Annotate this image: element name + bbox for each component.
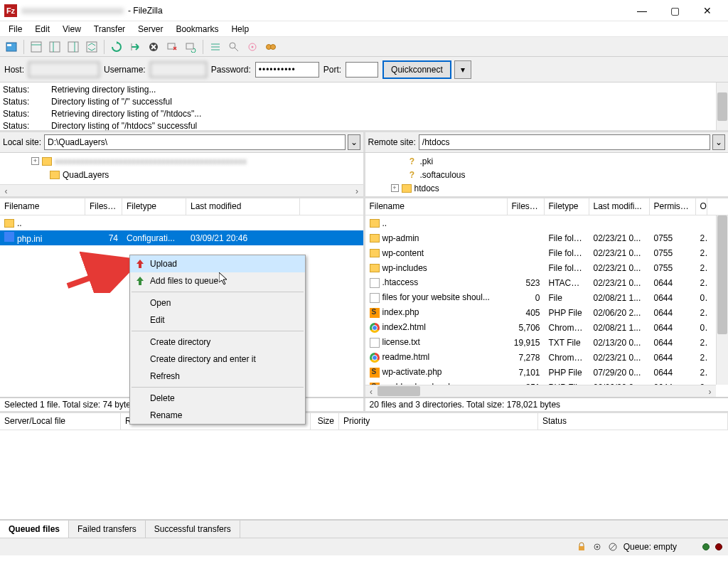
tree-item[interactable]: QuadLayers — [63, 170, 109, 180]
column-header[interactable]: Filename — [365, 198, 508, 215]
quickconnect-button[interactable]: Quickconnect — [382, 60, 451, 79]
context-menu-item[interactable]: Create directory — [130, 334, 305, 351]
file-row[interactable]: wp-adminFile folder02/23/21 0...07552 — [365, 230, 729, 245]
maximize-button[interactable]: ▢ — [658, 0, 691, 21]
gear-icon[interactable] — [592, 542, 602, 552]
context-menu-item[interactable]: Refresh — [130, 368, 305, 385]
status-label: Status: — [3, 108, 38, 120]
file-row[interactable]: wp-activate.php7,101PHP File07/29/20 0..… — [365, 365, 729, 380]
context-menu-item[interactable]: Open — [130, 294, 305, 311]
port-input[interactable] — [346, 62, 378, 78]
queue-col-priority[interactable]: Priority — [339, 413, 538, 430]
column-header[interactable]: Filename — [0, 198, 85, 215]
close-button[interactable]: ✕ — [691, 0, 724, 21]
remote-columns[interactable]: FilenameFilesizeFiletypeLast modifi...Pe… — [365, 198, 729, 215]
context-menu-item[interactable]: Rename — [130, 407, 305, 424]
remote-site-input[interactable] — [419, 134, 710, 150]
queue-col-status[interactable]: Status — [538, 413, 728, 430]
filter-icon[interactable] — [207, 38, 224, 55]
column-header[interactable]: Last modifi... — [589, 198, 650, 215]
remote-hscroll[interactable]: ‹› — [365, 385, 717, 397]
file-row[interactable]: index.php405PHP File02/06/20 2...06442 — [365, 305, 729, 320]
tab-successful-transfers[interactable]: Successful transfers — [146, 521, 240, 538]
username-label: Username: — [104, 65, 146, 75]
file-name: index.php — [382, 307, 419, 317]
menu-transfer[interactable]: Transfer — [88, 23, 131, 36]
tree-item[interactable]: .softaculous — [420, 170, 466, 180]
folder-icon — [402, 184, 412, 193]
sync-browse-icon[interactable] — [244, 38, 261, 55]
status-log[interactable]: Status:Retrieving directory listing... S… — [0, 82, 728, 132]
tree-item[interactable]: htdocs — [414, 183, 439, 193]
refresh-icon[interactable] — [108, 38, 125, 55]
column-header[interactable]: Filetype — [545, 198, 589, 215]
disconnect-icon[interactable] — [164, 38, 181, 55]
site-manager-icon[interactable] — [3, 38, 20, 55]
transfer-queue[interactable]: Server/Local file Remote file Size Prior… — [0, 413, 728, 520]
column-header[interactable]: Permissi... — [650, 198, 696, 215]
file-row[interactable]: .. — [0, 215, 363, 230]
column-header[interactable]: Filetype — [122, 198, 186, 215]
host-input[interactable] — [28, 62, 100, 78]
toggle-log-icon[interactable] — [28, 38, 45, 55]
cancel-icon[interactable] — [145, 38, 162, 55]
led-activity-icon — [702, 543, 710, 550]
file-row[interactable]: readme.html7,278Chrome ...02/23/21 0...0… — [365, 350, 729, 365]
toggle-remote-tree-icon[interactable] — [65, 38, 82, 55]
menu-bookmarks[interactable]: Bookmarks — [170, 23, 224, 36]
username-input[interactable] — [150, 62, 207, 78]
remote-file-list[interactable]: FilenameFilesizeFiletypeLast modifi...Pe… — [363, 198, 729, 397]
local-tree-hscroll[interactable]: ‹› — [0, 184, 363, 196]
file-row[interactable]: php.ini74Configurati...03/09/21 20:46 — [0, 230, 363, 245]
menu-help[interactable]: Help — [225, 23, 255, 36]
tab-queued-files[interactable]: Queued files — [0, 521, 69, 538]
file-row[interactable]: .htaccess523HTACCE...02/23/21 0...06442 — [365, 275, 729, 290]
file-name: php.ini — [17, 234, 42, 244]
file-row[interactable]: .. — [365, 215, 729, 230]
file-row[interactable]: wp-includesFile folder02/23/21 0...07552 — [365, 260, 729, 275]
search-icon[interactable] — [262, 38, 279, 55]
process-queue-icon[interactable] — [127, 38, 144, 55]
remote-site-dropdown[interactable]: ⌄ — [712, 134, 725, 150]
menu-edit[interactable]: Edit — [29, 23, 55, 36]
queue-col-server[interactable]: Server/Local file — [0, 413, 121, 430]
toggle-queue-icon[interactable] — [83, 38, 100, 55]
context-menu-item[interactable]: Create directory and enter it — [130, 351, 305, 368]
tab-failed-transfers[interactable]: Failed transfers — [69, 521, 146, 538]
menu-server[interactable]: Server — [132, 23, 168, 36]
tree-expand-icon[interactable]: + — [391, 184, 399, 192]
reconnect-icon[interactable] — [182, 38, 199, 55]
column-header[interactable]: O — [696, 198, 707, 215]
tree-expand-icon[interactable]: + — [31, 157, 39, 165]
column-header[interactable]: Filesize — [85, 198, 122, 215]
remote-vscroll[interactable] — [716, 215, 728, 385]
local-site-input[interactable] — [44, 134, 345, 150]
column-header[interactable]: Filesize — [508, 198, 545, 215]
file-row[interactable]: wp-contentFile folder02/23/21 0...07552 — [365, 245, 729, 260]
file-row[interactable]: index2.html5,706Chrome ...02/08/21 1...0… — [365, 320, 729, 335]
tree-item[interactable]: .pki — [420, 156, 434, 166]
queue-col-size[interactable]: Size — [311, 413, 339, 430]
menu-view[interactable]: View — [57, 23, 87, 36]
file-cell — [186, 223, 300, 224]
minimize-button[interactable]: — — [626, 0, 658, 21]
column-header[interactable]: Last modified — [186, 198, 300, 215]
quickconnect-dropdown[interactable]: ▾ — [454, 60, 471, 79]
context-menu-item[interactable]: Delete — [130, 390, 305, 407]
context-menu-item[interactable]: Add files to queue — [130, 272, 305, 289]
password-input[interactable] — [255, 62, 319, 78]
menu-file[interactable]: File — [3, 23, 28, 36]
context-menu-item[interactable]: Edit — [130, 311, 305, 329]
folder-icon — [42, 157, 52, 166]
file-cell: 0644 — [650, 292, 696, 304]
local-columns[interactable]: FilenameFilesizeFiletypeLast modified — [0, 198, 363, 215]
local-tree[interactable]: +xxxxxxxxxxxxxxxxxxxxxxxxxxxxxxxxxxxxxxx… — [0, 153, 363, 196]
status-scrollbar[interactable] — [716, 82, 728, 130]
file-row[interactable]: files for your website shoul...0File02/0… — [365, 290, 729, 305]
remote-tree[interactable]: ?.pki ?.softaculous +htdocs — [363, 153, 729, 196]
toggle-tree-icon[interactable] — [46, 38, 63, 55]
compare-icon[interactable] — [225, 38, 242, 55]
context-menu-item[interactable]: Upload — [130, 255, 305, 272]
local-site-dropdown[interactable]: ⌄ — [348, 134, 360, 150]
file-row[interactable]: license.txt19,915TXT File02/13/20 0...06… — [365, 335, 729, 350]
